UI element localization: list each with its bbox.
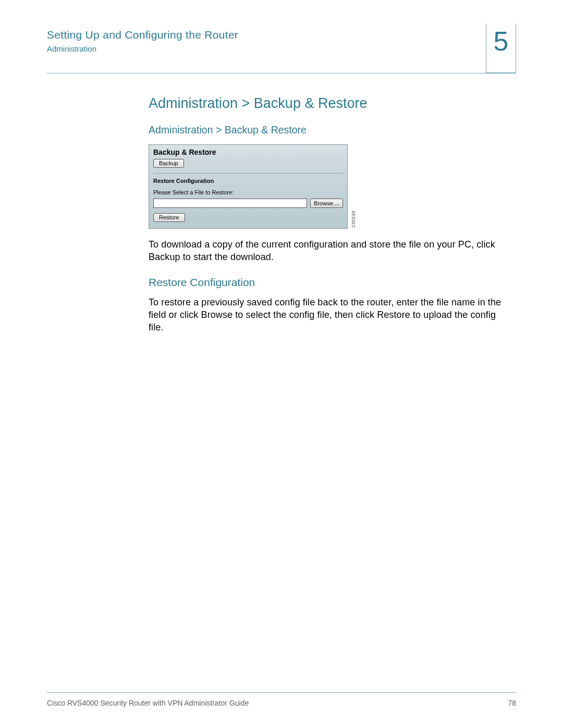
panel-title: Backup & Restore [153,148,343,156]
page-header: Setting Up and Configuring the Router Ad… [47,29,516,73]
figure-id-code: 235530 [351,211,356,228]
chapter-title: Setting Up and Configuring the Router [47,29,516,41]
paragraph-restore-description: To restore a previously saved config fil… [149,296,511,334]
file-path-input[interactable] [153,199,307,208]
router-ui-panel: Backup & Restore Backup Restore Configur… [149,144,348,229]
chapter-number-box: 5 [486,23,516,73]
screenshot-figure: Backup & Restore Backup Restore Configur… [149,144,357,229]
figure-caption: Administration > Backup & Restore [149,124,511,136]
backup-button[interactable]: Backup [153,159,184,168]
chapter-number: 5 [494,26,509,57]
file-input-row: Browse.... [153,199,343,208]
footer-guide-title: Cisco RVS4000 Security Router with VPN A… [47,699,249,707]
restore-button[interactable]: Restore [153,213,185,222]
section-heading: Administration > Backup & Restore [149,95,511,112]
paragraph-backup-description: To download a copy of the current config… [149,238,511,264]
restore-config-heading: Restore Configuration [153,178,343,184]
restore-config-subheading: Restore Configuration [149,276,511,289]
browse-button[interactable]: Browse.... [310,199,343,208]
chapter-subtitle: Administration [47,44,516,53]
select-file-label: Please Select a File to Restore: [153,189,343,195]
page-footer: Cisco RVS4000 Security Router with VPN A… [47,692,516,707]
footer-page-number: 78 [508,699,516,707]
content-area: Administration > Backup & Restore Admini… [47,73,516,334]
divider [153,173,343,174]
